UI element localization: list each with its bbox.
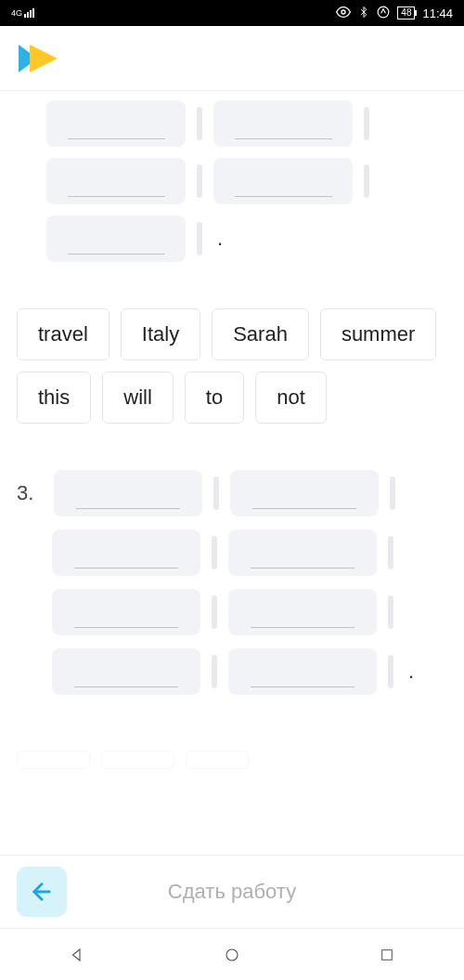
- answer-slot[interactable]: [52, 648, 200, 695]
- network-label: 4G: [11, 8, 22, 18]
- word-chip-summer[interactable]: summer: [320, 308, 436, 360]
- slot-handle-icon: [388, 536, 393, 569]
- data-icon: [377, 6, 390, 21]
- bluetooth-icon: [358, 5, 369, 22]
- answer-slot[interactable]: [46, 158, 186, 204]
- answer-slot[interactable]: [230, 470, 379, 516]
- sentence-period: .: [408, 660, 414, 684]
- slot-handle-icon: [390, 477, 395, 510]
- status-left: 4G: [11, 8, 34, 18]
- nav-home-icon[interactable]: [223, 946, 241, 964]
- slot-handle-icon: [212, 655, 217, 688]
- answer-slot[interactable]: [46, 100, 186, 147]
- svg-point-0: [342, 10, 345, 14]
- slot-handle-icon: [212, 536, 217, 569]
- slot-handle-icon: [197, 222, 202, 255]
- word-chip-to[interactable]: to: [185, 372, 244, 424]
- word-chip-italy[interactable]: Italy: [121, 308, 200, 360]
- submit-button[interactable]: Сдать работу: [17, 880, 447, 904]
- word-chip-sarah[interactable]: Sarah: [212, 308, 309, 360]
- word-chip-travel[interactable]: travel: [17, 308, 110, 360]
- slot-handle-icon: [197, 164, 202, 198]
- svg-rect-4: [381, 949, 392, 960]
- signal-bars-icon: [24, 8, 34, 18]
- answer-slot[interactable]: [228, 648, 377, 695]
- answer-slot[interactable]: [46, 216, 186, 262]
- answer-slot[interactable]: [54, 470, 202, 516]
- answer-slots-q2: .: [17, 91, 447, 262]
- network-indicator: 4G: [11, 8, 34, 18]
- nav-back-icon[interactable]: [68, 946, 86, 964]
- slot-handle-icon: [388, 655, 393, 688]
- word-chip-will[interactable]: will: [102, 372, 174, 424]
- eye-icon: [336, 5, 351, 22]
- sentence-period: .: [217, 227, 223, 251]
- word-chip-this[interactable]: this: [17, 372, 91, 424]
- slot-handle-icon: [197, 107, 202, 140]
- word-chip-partial[interactable]: xxx: [17, 751, 90, 769]
- status-right: 48 11:44: [336, 5, 453, 22]
- word-chip-partial[interactable]: xxx: [101, 751, 174, 769]
- slot-handle-icon: [364, 107, 369, 140]
- question-number: 3.: [17, 481, 33, 505]
- word-bank: travel Italy Sarah summer this will to n…: [17, 308, 447, 424]
- answer-slot[interactable]: [228, 589, 377, 635]
- answer-slot[interactable]: [213, 100, 353, 147]
- answer-slot[interactable]: [213, 158, 353, 204]
- nav-recent-icon[interactable]: [378, 946, 396, 964]
- word-bank-partial: xxx xxx xx: [17, 751, 447, 769]
- svg-point-3: [226, 949, 238, 960]
- slot-handle-icon: [364, 164, 369, 198]
- word-chip-partial[interactable]: xx: [186, 751, 249, 769]
- answer-slot[interactable]: [52, 589, 200, 635]
- app-logo-icon[interactable]: [17, 41, 61, 76]
- answer-slot[interactable]: [228, 529, 377, 576]
- word-chip-not[interactable]: not: [255, 372, 327, 424]
- time-label: 11:44: [422, 7, 453, 20]
- app-header: [0, 26, 464, 91]
- battery-indicator: 48: [397, 7, 415, 20]
- answer-slot[interactable]: [52, 529, 200, 576]
- content-area: . travel Italy Sarah summer this will to…: [0, 91, 464, 855]
- status-bar: 4G 48 11:44: [0, 0, 464, 26]
- slot-handle-icon: [212, 595, 217, 629]
- slot-handle-icon: [213, 477, 219, 510]
- slot-handle-icon: [388, 595, 393, 629]
- system-nav-bar: [0, 929, 464, 980]
- bottom-bar: Сдать работу: [0, 855, 464, 929]
- question-3: 3. .: [17, 470, 447, 695]
